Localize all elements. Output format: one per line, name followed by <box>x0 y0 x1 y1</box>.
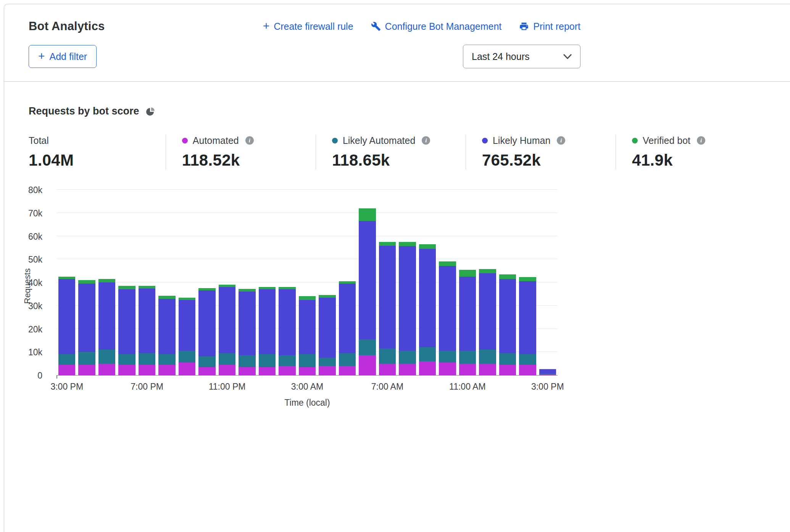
stat-verified-bot-value: 41.9k <box>632 151 766 169</box>
stacked-bar[interactable] <box>379 242 396 375</box>
y-axis-tick-labels: 010k20k30k40k50k60k70k80k <box>25 190 42 376</box>
bar-segment-likely-automated <box>519 354 536 364</box>
stacked-bar[interactable] <box>98 279 115 375</box>
plus-icon: + <box>263 20 270 32</box>
stacked-bar[interactable] <box>539 369 556 375</box>
stacked-bar[interactable] <box>78 280 95 375</box>
stat-verified-bot-label: Verified bot <box>643 135 690 146</box>
bar-segment-likely-automated <box>319 358 335 366</box>
bar-segment-likely-human <box>399 246 416 351</box>
stat-total: Total 1.04M <box>29 135 166 169</box>
y-tick-label: 80k <box>28 185 42 195</box>
add-filter-button[interactable]: + Add filter <box>29 45 97 68</box>
x-tick-label: 3:00 AM <box>291 382 323 392</box>
bar-segment-likely-automated <box>399 351 416 363</box>
print-report-link[interactable]: Print report <box>519 21 580 32</box>
bar-segment-verified-bot <box>419 244 436 249</box>
x-axis-title: Time (local) <box>57 398 558 408</box>
axis-origin-tick <box>56 375 57 379</box>
bar-segment-verified-bot <box>499 274 516 279</box>
bar-segment-automated <box>239 367 255 375</box>
bar-segment-automated <box>479 364 496 375</box>
page-title: Bot Analytics <box>29 19 105 33</box>
stacked-bar[interactable] <box>58 277 75 375</box>
y-tick-label: 50k <box>28 254 42 265</box>
stacked-bar[interactable] <box>198 288 215 375</box>
stacked-bar[interactable] <box>179 298 195 375</box>
info-icon[interactable]: i <box>697 136 705 145</box>
stat-likely-automated: Likely Automated i 118.65k <box>316 135 466 169</box>
bar-segment-likely-human <box>499 279 516 353</box>
bar-segment-automated <box>158 365 175 375</box>
x-tick-label: 7:00 AM <box>371 382 403 392</box>
stat-verified-bot: Verified bot i 41.9k <box>616 135 766 169</box>
stacked-bar[interactable] <box>139 286 155 375</box>
stat-automated-label: Automated <box>193 135 239 146</box>
info-icon[interactable]: i <box>245 136 254 145</box>
bar-segment-automated <box>519 365 536 375</box>
info-icon[interactable]: i <box>422 136 430 145</box>
y-tick-label: 10k <box>28 347 42 358</box>
stacked-bar[interactable] <box>299 296 316 375</box>
section-title: Requests by bot score <box>29 105 139 117</box>
configure-bot-management-label: Configure Bot Management <box>385 21 502 32</box>
bar-segment-likely-automated <box>118 354 135 364</box>
bar-segment-likely-automated <box>198 356 215 367</box>
bar-segment-automated <box>279 366 295 375</box>
stacked-bar[interactable] <box>259 287 276 375</box>
bar-segment-likely-automated <box>259 354 276 367</box>
panel-header: Bot Analytics + Create firewall rule Con… <box>4 4 790 82</box>
stacked-bar[interactable] <box>439 261 456 375</box>
stacked-bar[interactable] <box>339 281 356 375</box>
section-title-row: Requests by bot score <box>29 105 766 117</box>
x-axis-tick-labels: 3:00 PM7:00 PM11:00 PM3:00 AM7:00 AM11:0… <box>25 382 766 393</box>
stacked-bar[interactable] <box>399 242 416 375</box>
bar-segment-likely-human <box>379 246 396 348</box>
bar-segment-likely-automated <box>459 351 476 363</box>
stacked-bar[interactable] <box>279 287 295 375</box>
create-firewall-rule-link[interactable]: + Create firewall rule <box>263 21 353 32</box>
stat-likely-human-value: 765.52k <box>482 151 616 169</box>
stacked-bar[interactable] <box>118 286 135 375</box>
stat-total-value: 1.04M <box>29 151 166 169</box>
bar-segment-verified-bot <box>359 208 376 221</box>
gridline <box>57 259 558 259</box>
bar-segment-likely-human <box>58 279 75 354</box>
bar-segment-likely-human <box>319 298 335 358</box>
bar-segment-automated <box>399 364 416 375</box>
stacked-bar[interactable] <box>359 208 376 375</box>
bar-segment-likely-automated <box>499 353 516 364</box>
bot-score-legend: Total 1.04M Automated i 118.52k Likely A… <box>29 135 766 169</box>
y-tick-label: 60k <box>28 231 42 242</box>
bar-segment-verified-bot <box>459 270 476 277</box>
bar-segment-verified-bot <box>399 242 416 246</box>
y-tick-label: 0 <box>37 370 42 381</box>
bar-segment-verified-bot <box>98 279 115 282</box>
stacked-bar[interactable] <box>419 244 436 375</box>
bar-segment-likely-automated <box>479 350 496 363</box>
printer-icon <box>519 21 529 31</box>
gridline <box>57 189 558 190</box>
bar-segment-verified-bot <box>118 286 135 289</box>
bar-segment-verified-bot <box>479 269 496 273</box>
stacked-bar[interactable] <box>219 285 235 375</box>
info-icon[interactable]: i <box>557 136 565 145</box>
stacked-bar[interactable] <box>499 274 516 375</box>
x-tick-label: 3:00 PM <box>50 382 83 392</box>
bar-segment-likely-automated <box>158 354 175 364</box>
stacked-bar[interactable] <box>479 269 496 375</box>
bar-segment-likely-human <box>219 287 235 353</box>
bot-analytics-panel: Bot Analytics + Create firewall rule Con… <box>4 4 790 532</box>
bar-segment-likely-automated <box>219 353 235 364</box>
bar-segment-likely-automated <box>58 354 75 364</box>
create-firewall-rule-label: Create firewall rule <box>274 21 353 32</box>
bar-segment-likely-automated <box>419 347 436 361</box>
stacked-bar[interactable] <box>459 270 476 375</box>
stacked-bar[interactable] <box>319 295 335 375</box>
stacked-bar[interactable] <box>519 277 536 375</box>
stacked-bar[interactable] <box>239 289 255 375</box>
time-range-select[interactable]: Last 24 hours <box>463 45 580 68</box>
pie-chart-icon <box>145 106 155 116</box>
configure-bot-management-link[interactable]: Configure Bot Management <box>371 21 502 32</box>
stacked-bar[interactable] <box>158 296 175 375</box>
